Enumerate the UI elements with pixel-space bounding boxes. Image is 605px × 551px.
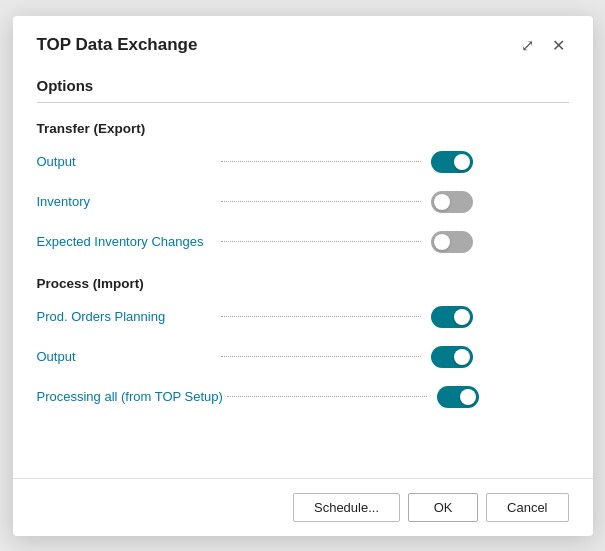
option-row-output: Output <box>37 146 569 178</box>
header-icons: ⤢ ✕ <box>517 34 569 57</box>
option-row-expected: Expected Inventory Changes <box>37 226 569 258</box>
dialog-header: TOP Data Exchange ⤢ ✕ <box>13 16 593 67</box>
dialog-title: TOP Data Exchange <box>37 35 198 55</box>
toggle-thumb-processing <box>460 389 476 405</box>
toggle-thumb-expected <box>434 234 450 250</box>
toggle-thumb-output2 <box>454 349 470 365</box>
toggle-wrap-inventory <box>431 191 473 213</box>
section-process-title: Process (Import) <box>37 276 569 291</box>
option-label-output2: Output <box>37 349 217 364</box>
toggle-wrap-processing <box>437 386 479 408</box>
options-title: Options <box>37 77 569 103</box>
option-row-output2: Output <box>37 341 569 373</box>
option-label-processing: Processing all (from TOP Setup) <box>37 389 223 404</box>
toggle-wrap-output2 <box>431 346 473 368</box>
option-row-inventory: Inventory <box>37 186 569 218</box>
toggle-output[interactable] <box>431 151 473 173</box>
toggle-wrap-expected <box>431 231 473 253</box>
ok-button[interactable]: OK <box>408 493 478 522</box>
dots-output2 <box>221 356 421 357</box>
dialog-footer: Schedule... OK Cancel <box>13 478 593 536</box>
dialog-body: Options Transfer (Export) Output Invento… <box>13 67 593 478</box>
toggle-output2[interactable] <box>431 346 473 368</box>
option-row-processing: Processing all (from TOP Setup) <box>37 381 569 413</box>
dots-prod <box>221 316 421 317</box>
toggle-inventory[interactable] <box>431 191 473 213</box>
dialog: TOP Data Exchange ⤢ ✕ Options Transfer (… <box>13 16 593 536</box>
option-row-prod: Prod. Orders Planning <box>37 301 569 333</box>
toggle-processing[interactable] <box>437 386 479 408</box>
expand-icon: ⤢ <box>521 36 534 55</box>
toggle-wrap-prod <box>431 306 473 328</box>
dots-inventory <box>221 201 421 202</box>
option-label-expected: Expected Inventory Changes <box>37 234 217 249</box>
toggle-thumb-prod <box>454 309 470 325</box>
close-icon: ✕ <box>552 36 565 55</box>
close-button[interactable]: ✕ <box>548 34 569 57</box>
toggle-prod[interactable] <box>431 306 473 328</box>
schedule-button[interactable]: Schedule... <box>293 493 400 522</box>
toggle-thumb-output <box>454 154 470 170</box>
option-label-prod: Prod. Orders Planning <box>37 309 217 324</box>
section-process: Process (Import) Prod. Orders Planning O… <box>37 276 569 413</box>
toggle-wrap-output <box>431 151 473 173</box>
dots-expected <box>221 241 421 242</box>
toggle-expected[interactable] <box>431 231 473 253</box>
dots-output <box>221 161 421 162</box>
option-label-output: Output <box>37 154 217 169</box>
section-transfer: Transfer (Export) Output Inventory <box>37 121 569 258</box>
dots-processing <box>227 396 427 397</box>
toggle-thumb-inventory <box>434 194 450 210</box>
option-label-inventory: Inventory <box>37 194 217 209</box>
cancel-button[interactable]: Cancel <box>486 493 568 522</box>
expand-button[interactable]: ⤢ <box>517 34 538 57</box>
section-transfer-title: Transfer (Export) <box>37 121 569 136</box>
